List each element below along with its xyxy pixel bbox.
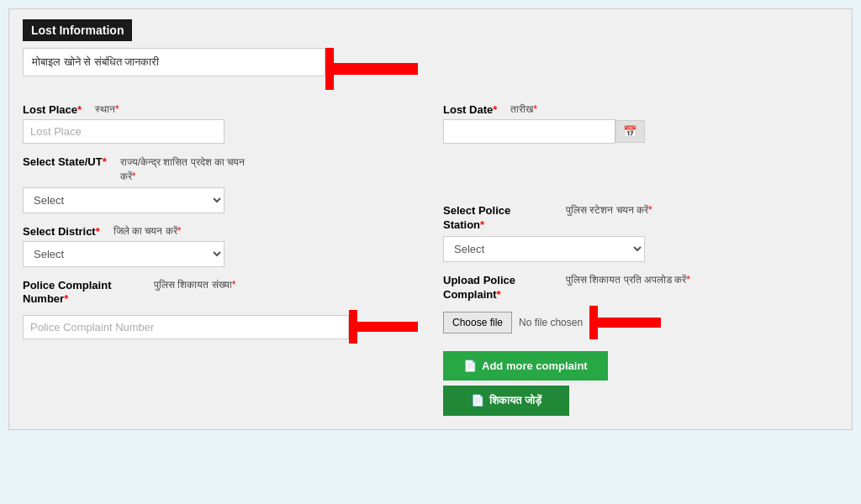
lost-date-input[interactable] xyxy=(443,119,615,144)
add-more-complaint-button[interactable]: 📄 Add more complaint xyxy=(443,351,608,381)
arrow-3 xyxy=(589,306,665,339)
lost-date-label-hi: तारीख* xyxy=(510,103,537,115)
select-district-label-en: Select District* xyxy=(23,225,100,238)
district-select[interactable]: Select xyxy=(23,241,224,267)
police-station-select[interactable]: Select xyxy=(443,236,645,262)
info-box: मोबाइल खोने से संबंधित जानकारी xyxy=(23,48,325,76)
file-name-display: No file chosen xyxy=(512,312,589,333)
arrow-2 xyxy=(349,310,418,344)
select-district-row: Select District* जिले का चयन करें* Selec… xyxy=(23,225,418,267)
calendar-button[interactable]: 📅 xyxy=(615,120,645,143)
select-police-station-row: Select Police Station* पुलिस स्टेशन चयन … xyxy=(443,204,838,262)
state-select[interactable]: Select xyxy=(23,187,224,213)
file-upload-area: Choose file No file chosen xyxy=(443,312,589,333)
select-district-label-hi: जिले का चयन करें* xyxy=(114,225,182,237)
section-title: Lost Information xyxy=(23,19,132,41)
police-complaint-input[interactable] xyxy=(23,315,349,339)
arrow-1 xyxy=(325,48,426,90)
buttons-area: 📄 Add more complaint 📄 शिकायत जोड़ें xyxy=(443,351,838,416)
file-icon-1: 📄 xyxy=(463,360,477,372)
file-icon-2: 📄 xyxy=(471,394,484,407)
lost-place-label-en: Lost Place* xyxy=(23,103,82,116)
date-wrapper: 📅 xyxy=(443,119,645,144)
choose-file-button[interactable]: Choose file xyxy=(443,312,512,333)
police-station-label-hi: पुलिस स्टेशन चयन करें* xyxy=(566,204,652,218)
lost-place-label-hi: स्थान* xyxy=(95,103,119,115)
police-complaint-label-en: Police Complaint Number* xyxy=(23,279,140,307)
upload-complaint-label-hi: पुलिस शिकायत प्रति अपलोड करें* xyxy=(566,274,690,287)
upload-complaint-row: Upload Police Complaint* पुलिस शिकायत प्… xyxy=(443,274,838,339)
police-complaint-label-hi: पुलिस शिकायत संख्या* xyxy=(154,279,235,292)
calendar-icon: 📅 xyxy=(623,125,637,138)
police-complaint-row: Police Complaint Number* पुलिस शिकायत सं… xyxy=(23,279,418,344)
lost-date-row: Lost Date* तारीख* 📅 xyxy=(443,103,838,144)
police-station-label-en: Select Police Station* xyxy=(443,204,552,233)
select-state-label-hi: राज्य/केन्द्र शासित प्रदेश का चयन करें* xyxy=(120,155,255,184)
add-complaint-hi-button[interactable]: 📄 शिकायत जोड़ें xyxy=(443,386,569,416)
upload-complaint-label-en: Upload Police Complaint* xyxy=(443,274,552,302)
lost-place-row: Lost Place* स्थान* xyxy=(23,103,418,144)
select-state-label-en: Select State/UT* xyxy=(23,155,107,168)
lost-place-input[interactable] xyxy=(23,119,224,144)
lost-date-label-en: Lost Date* xyxy=(443,103,497,116)
select-state-row: Select State/UT* राज्य/केन्द्र शासित प्र… xyxy=(23,155,418,213)
